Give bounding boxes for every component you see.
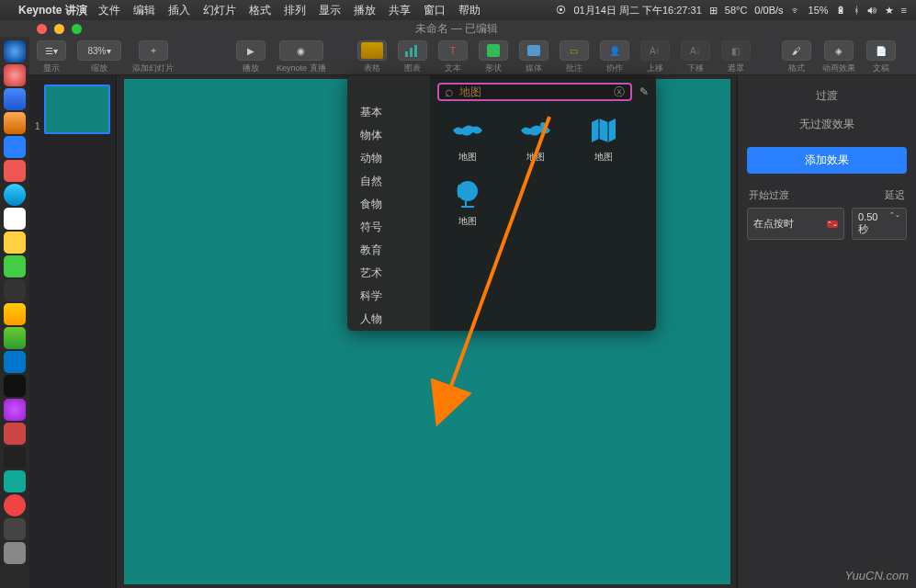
dock-icon[interactable] — [4, 64, 26, 86]
shape-cat-basic[interactable]: 基本 — [347, 101, 430, 124]
comment-button[interactable]: ▭ — [560, 40, 589, 61]
dock-icon[interactable] — [4, 399, 26, 421]
shape-search-input[interactable] — [459, 85, 608, 98]
status-toggle-icon[interactable]: ⊞ — [709, 5, 718, 17]
menu-file[interactable]: 文件 — [98, 3, 120, 18]
shape-result-item[interactable]: 地图 — [441, 114, 494, 164]
app-name[interactable]: Keynote 讲演 — [18, 3, 87, 18]
shape-cat-symbols[interactable]: 符号 — [347, 216, 430, 239]
shape-result-item[interactable]: 地图 — [509, 114, 562, 164]
slide-navigator: 1 — [29, 75, 117, 588]
clear-search-icon[interactable]: ⓧ — [614, 85, 625, 100]
text-button[interactable]: T — [438, 40, 468, 61]
status-wifi-icon[interactable]: ᯤ — [791, 5, 801, 16]
dock-icon[interactable] — [4, 160, 26, 182]
format-inspector-button[interactable]: 🖌 — [782, 40, 811, 61]
shape-cat-education[interactable]: 教育 — [347, 239, 430, 262]
zoom-button[interactable]: 83%▾ — [77, 40, 121, 61]
status-screencast-icon[interactable]: ⦿ — [556, 5, 566, 16]
keynote-live-label: Keynote 直播 — [277, 62, 326, 74]
delay-stepper[interactable]: 0.50 秒 ⌃⌄ — [852, 208, 907, 240]
dock-icon[interactable] — [4, 255, 26, 277]
menu-slide[interactable]: 幻灯片 — [203, 3, 236, 18]
play-button[interactable]: ▶ — [236, 40, 266, 61]
shape-search-field[interactable]: ⌕ ⓧ — [437, 83, 632, 101]
menu-view[interactable]: 显示 — [319, 3, 341, 18]
svg-point-6 — [458, 181, 478, 201]
status-bluetooth-icon[interactable]: ᚼ — [854, 5, 860, 16]
animate-inspector-button[interactable]: ◈ — [824, 40, 854, 61]
dock-icon[interactable] — [4, 184, 26, 206]
dock-icon[interactable] — [4, 375, 26, 397]
dock-icon[interactable] — [4, 351, 26, 373]
slide-thumbnail[interactable] — [44, 85, 110, 134]
dock-icon[interactable] — [4, 494, 26, 516]
dock-icon[interactable] — [4, 518, 26, 540]
add-effect-button[interactable]: 添加效果 — [747, 147, 907, 174]
dock-icon[interactable] — [4, 279, 26, 301]
shape-result-item[interactable]: 地图 — [577, 114, 630, 164]
collab-label: 协作 — [606, 62, 623, 74]
status-battery[interactable]: 15% — [809, 5, 829, 16]
start-transition-select[interactable]: 在点按时 ⌃⌄ — [747, 208, 844, 240]
dock-icon[interactable] — [4, 232, 26, 254]
shape-result-item[interactable]: 地图 — [441, 178, 494, 228]
status-cpu[interactable]: 58°C — [725, 5, 748, 16]
dock-icon[interactable] — [4, 40, 26, 62]
dock-icon[interactable] — [4, 88, 26, 110]
dock-icon[interactable] — [4, 447, 26, 469]
shape-button[interactable] — [479, 40, 508, 61]
document-inspector-button[interactable]: 📄 — [866, 40, 896, 61]
dock-icon[interactable] — [4, 327, 26, 349]
view-label: 显示 — [43, 62, 60, 74]
edit-shape-icon[interactable]: ✎ — [639, 85, 649, 98]
keynote-live-button[interactable]: ◉ — [279, 40, 323, 61]
menu-play[interactable]: 播放 — [354, 3, 376, 18]
comment-label: 批注 — [566, 62, 582, 74]
status-volume-icon[interactable]: 🔊︎ — [867, 5, 877, 16]
status-battery-icon[interactable]: 🔋︎ — [836, 5, 846, 16]
chevron-updown-icon: ⌃⌄ — [827, 220, 838, 228]
shape-cat-objects[interactable]: 物体 — [347, 124, 430, 147]
menu-insert[interactable]: 插入 — [168, 3, 190, 18]
shape-cat-nature[interactable]: 自然 — [347, 170, 430, 193]
world-map-icon — [451, 114, 484, 147]
status-menu-icon[interactable]: ≡ — [901, 5, 907, 16]
shape-cat-people[interactable]: 人物 — [347, 308, 430, 331]
shape-cat-food[interactable]: 食物 — [347, 193, 430, 216]
dock-icon[interactable] — [4, 112, 26, 134]
upper-button[interactable]: A↑ — [640, 40, 670, 61]
zoom-label: 缩放 — [91, 62, 107, 74]
dock-icon[interactable] — [4, 136, 26, 158]
menu-share[interactable]: 共享 — [389, 3, 411, 18]
media-button[interactable] — [519, 40, 548, 61]
mask-button[interactable]: ◧ — [721, 40, 751, 61]
status-star-icon[interactable]: ★ — [885, 5, 894, 17]
dock-icon[interactable] — [4, 542, 26, 564]
shape-cat-art[interactable]: 艺术 — [347, 262, 430, 285]
menu-format[interactable]: 格式 — [249, 3, 271, 18]
shape-results-grid: 地图 地图 地图 地图 — [437, 110, 649, 232]
shape-cat-science[interactable]: 科学 — [347, 285, 430, 308]
table-button[interactable] — [357, 40, 387, 61]
chart-button[interactable] — [398, 40, 427, 61]
dock-icon[interactable] — [4, 470, 26, 492]
collab-button[interactable]: 👤 — [600, 40, 629, 61]
status-net[interactable]: 0/0B/s — [754, 5, 783, 16]
globe-icon — [451, 178, 484, 211]
shape-cat-animals[interactable]: 动物 — [347, 147, 430, 170]
dock-icon[interactable] — [4, 208, 26, 230]
window-titlebar: 未命名 — 已编辑 — [0, 20, 916, 37]
slide-number: 1 — [35, 121, 40, 131]
add-slide-label: 添加幻灯片 — [132, 62, 174, 74]
lower-button[interactable]: A↓ — [681, 40, 710, 61]
menu-arrange[interactable]: 排列 — [284, 3, 306, 18]
add-slide-button[interactable]: ＋ — [139, 40, 168, 61]
status-date[interactable]: 01月14日 周二 下午16:27:31 — [573, 4, 701, 17]
menu-help[interactable]: 帮助 — [458, 3, 481, 18]
view-button[interactable]: ☰▾ — [37, 40, 66, 61]
menu-window[interactable]: 窗口 — [424, 3, 446, 18]
dock-icon[interactable] — [4, 423, 26, 445]
menu-edit[interactable]: 编辑 — [133, 3, 155, 18]
dock-icon[interactable] — [4, 303, 26, 325]
